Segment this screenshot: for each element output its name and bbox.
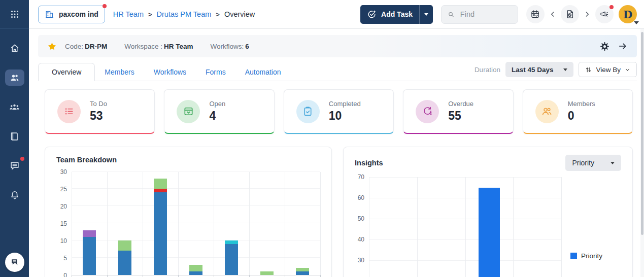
stacked-bar[interactable] [83,230,96,275]
org-switcher[interactable]: paxcom ind [38,6,105,23]
grid-line [369,177,369,277]
members-icon [9,72,20,83]
tabs: OverviewMembersWorkflowsFormsAutomation [38,63,291,81]
grid-line [417,177,418,277]
sidebar-item-library[interactable] [5,128,24,145]
caret-down-icon [611,162,615,164]
add-task-label: Add Task [381,10,413,18]
stacked-bar[interactable] [260,271,274,275]
settings-button[interactable] [600,42,609,51]
breadcrumb-workspace[interactable]: HR Team [113,10,144,18]
stat-label: Completed [329,100,361,108]
view-by-button[interactable]: View By [579,62,637,77]
scrollbar-thumb[interactable] [641,32,643,235]
sidebar-item-home[interactable] [5,40,24,56]
insights-bar[interactable] [479,188,500,277]
duration-label: Duration [474,66,500,74]
grid-line [561,177,562,277]
stat-card-to-do[interactable]: To Do53 [45,89,155,134]
breadcrumb-team[interactable]: Drutas PM Team [157,10,212,18]
stat-text: Completed10 [329,100,361,123]
grid-line [107,172,108,275]
next-chevron-button[interactable] [583,10,591,18]
sidebar-item-notifications[interactable] [5,187,24,203]
stat-card-overdue[interactable]: Overdue55 [403,89,513,134]
tab-members[interactable]: Members [95,63,144,81]
timesheet-button[interactable] [561,5,579,23]
sidebar-nav [5,29,24,253]
home-icon [9,43,20,54]
grid-line [249,172,250,275]
filters: Duration Last 45 Days View By [474,62,637,81]
sidebar-item-messages[interactable] [5,158,24,174]
tab-overview[interactable]: Overview [38,63,95,81]
find-search-box [441,5,518,24]
stat-card-members[interactable]: Members0 [523,89,633,134]
grid-line [214,172,214,275]
project-workflows-count: Workflows:6 [211,43,249,50]
topbar-actions: Add Task [360,5,637,24]
x-axis-tick [249,275,250,277]
stat-text: To Do53 [90,100,107,123]
segment-green [189,265,202,272]
y-axis-label: 40 [358,236,364,243]
messages-icon [9,160,20,171]
insights-chart: 010203040506070 Priority [355,177,621,277]
insights-metric-dropdown[interactable]: Priority [565,155,621,171]
tabs-row: OverviewMembersWorkflowsFormsAutomation … [38,62,637,81]
stat-card-completed[interactable]: Completed10 [284,89,394,134]
breadcrumb-current-page: Overview [224,10,255,18]
grid-line [72,257,320,258]
stacked-bar[interactable] [296,268,309,275]
stacked-bar[interactable] [154,179,167,275]
announcements-button[interactable] [595,5,614,23]
grid-line [72,172,72,275]
add-task-dropdown-button[interactable] [419,5,433,24]
sidebar-item-teams[interactable] [5,99,24,115]
stat-card-open[interactable]: Open4 [164,89,274,134]
expand-arrow-button[interactable] [618,41,628,51]
prev-chevron-button[interactable] [549,10,557,18]
y-axis: 010203040506070 [355,177,369,277]
arrow-right-icon [618,41,628,51]
tab-forms[interactable]: Forms [196,63,235,81]
stacked-bar[interactable] [189,265,202,275]
stat-label: Members [568,100,595,108]
apps-grid-button[interactable] [0,0,29,29]
plot-area [72,172,320,275]
add-task-button[interactable]: Add Task [360,5,419,24]
insights-title: Insights [355,159,383,167]
y-axis-label: 15 [60,220,67,227]
user-avatar-menu[interactable]: D [619,5,637,23]
grid-line [72,205,320,206]
topbar: paxcom ind HR Team > Drutas PM Team > Ov… [29,0,644,29]
calendar-review-button[interactable] [526,5,545,23]
charts-row: Team Breakdown 051015202530 Insights Pri… [45,147,633,277]
search-icon [448,10,455,19]
stacked-bar[interactable] [118,240,131,275]
team-breakdown-title: Team Breakdown [56,156,320,164]
megaphone-icon [599,9,609,19]
stat-value: 53 [90,109,107,123]
view-by-label: View By [596,66,621,74]
y-axis-label: 5 [63,255,67,262]
segment-cyan [225,240,238,244]
stat-label: Open [209,100,225,108]
legend-item[interactable]: Priority [570,252,621,260]
help-chat-button[interactable] [5,253,24,272]
stacked-bar[interactable] [225,240,238,275]
tab-automation[interactable]: Automation [235,63,291,81]
star-icon [47,42,57,51]
sidebar-item-members[interactable] [5,70,24,86]
x-axis-tick [285,275,285,277]
duration-dropdown[interactable]: Last 45 Days [505,62,574,77]
insights-card: Insights Priority 010203040506070 Priori… [343,147,633,277]
members-people-icon [535,100,559,123]
caret-down-icon [634,21,639,24]
add-task-split-button: Add Task [360,5,433,24]
tab-workflows[interactable]: Workflows [144,63,196,81]
favorite-star-button[interactable] [47,42,57,51]
find-input[interactable] [459,10,512,19]
org-name: paxcom ind [59,10,98,18]
project-header-actions [600,41,628,51]
